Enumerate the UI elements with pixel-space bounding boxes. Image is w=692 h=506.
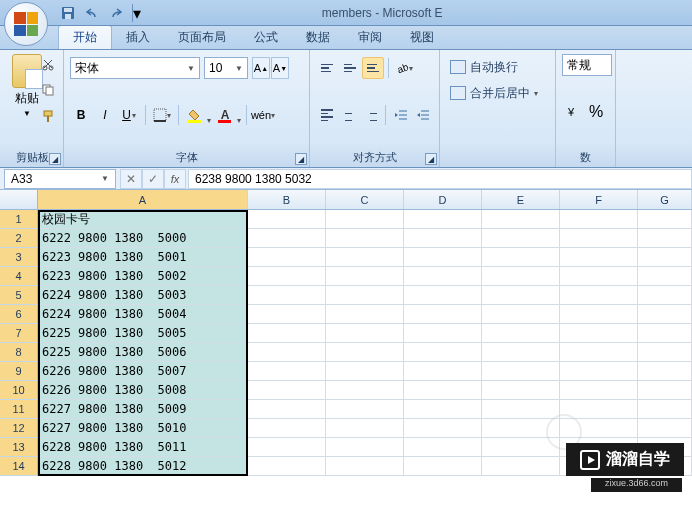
row-header[interactable]: 13 <box>0 438 38 457</box>
cell[interactable] <box>638 267 692 286</box>
cell[interactable]: 6227 9800 1380 5010 <box>38 419 248 438</box>
cell[interactable] <box>248 457 326 476</box>
cell[interactable] <box>482 362 560 381</box>
cell[interactable] <box>326 362 404 381</box>
cell[interactable] <box>404 457 482 476</box>
cell[interactable] <box>560 286 638 305</box>
cell[interactable] <box>638 248 692 267</box>
align-middle-icon[interactable] <box>339 57 361 79</box>
cell[interactable] <box>560 248 638 267</box>
merge-center-button[interactable]: 合并后居中▾ <box>446 80 549 106</box>
border-button[interactable]: ▾ <box>151 104 173 126</box>
cell[interactable] <box>248 248 326 267</box>
row-header[interactable]: 3 <box>0 248 38 267</box>
decrease-font-icon[interactable]: A▼ <box>271 57 289 79</box>
cell[interactable] <box>404 248 482 267</box>
cell[interactable] <box>482 305 560 324</box>
name-box[interactable]: A33▼ <box>4 169 116 189</box>
accept-formula-icon[interactable]: ✓ <box>142 169 164 189</box>
cell[interactable] <box>326 419 404 438</box>
cell[interactable]: 6225 9800 1380 5005 <box>38 324 248 343</box>
cell[interactable]: 6228 9800 1380 5012 <box>38 457 248 476</box>
percent-icon[interactable]: % <box>585 101 607 123</box>
font-color-button[interactable]: A▾ <box>214 104 236 126</box>
cell[interactable] <box>326 305 404 324</box>
decrease-indent-icon[interactable] <box>390 104 411 126</box>
cell[interactable] <box>326 381 404 400</box>
bold-button[interactable]: B <box>70 104 92 126</box>
tab-home[interactable]: 开始 <box>58 25 112 49</box>
underline-button[interactable]: U▾ <box>118 104 140 126</box>
tab-page-layout[interactable]: 页面布局 <box>164 26 240 49</box>
cell[interactable] <box>326 438 404 457</box>
column-header[interactable]: A <box>38 190 248 209</box>
row-header[interactable]: 2 <box>0 229 38 248</box>
cell[interactable] <box>560 381 638 400</box>
row-header[interactable]: 8 <box>0 343 38 362</box>
column-header[interactable]: C <box>326 190 404 209</box>
row-header[interactable]: 6 <box>0 305 38 324</box>
font-name-select[interactable]: 宋体▼ <box>70 57 200 79</box>
cell[interactable] <box>482 400 560 419</box>
cell[interactable] <box>560 210 638 229</box>
fx-button[interactable]: fx <box>164 169 186 189</box>
orientation-icon[interactable]: ab▾ <box>393 57 415 79</box>
cell[interactable] <box>638 381 692 400</box>
cell[interactable]: 校园卡号 <box>38 210 248 229</box>
align-top-icon[interactable] <box>316 57 338 79</box>
cell[interactable]: 6226 9800 1380 5007 <box>38 362 248 381</box>
cell[interactable]: 6224 9800 1380 5004 <box>38 305 248 324</box>
cut-icon[interactable] <box>39 56 57 72</box>
cell[interactable] <box>482 457 560 476</box>
row-header[interactable]: 10 <box>0 381 38 400</box>
cell[interactable] <box>326 343 404 362</box>
cell[interactable] <box>326 248 404 267</box>
row-header[interactable]: 11 <box>0 400 38 419</box>
cell[interactable] <box>248 419 326 438</box>
cell[interactable] <box>638 210 692 229</box>
cell[interactable] <box>638 286 692 305</box>
cell[interactable] <box>482 229 560 248</box>
row-header[interactable]: 9 <box>0 362 38 381</box>
cell[interactable] <box>482 343 560 362</box>
cell[interactable]: 6228 9800 1380 5011 <box>38 438 248 457</box>
save-icon[interactable] <box>58 4 78 22</box>
clipboard-launcher[interactable]: ◢ <box>49 153 61 165</box>
cell[interactable] <box>248 400 326 419</box>
font-size-select[interactable]: 10▼ <box>204 57 248 79</box>
tab-data[interactable]: 数据 <box>292 26 344 49</box>
cell[interactable] <box>638 324 692 343</box>
cell[interactable] <box>404 343 482 362</box>
column-header[interactable]: D <box>404 190 482 209</box>
tab-formulas[interactable]: 公式 <box>240 26 292 49</box>
cell[interactable] <box>248 362 326 381</box>
select-all-corner[interactable] <box>0 190 38 209</box>
format-painter-icon[interactable] <box>39 108 57 124</box>
cell[interactable] <box>560 305 638 324</box>
alignment-launcher[interactable]: ◢ <box>425 153 437 165</box>
redo-icon[interactable] <box>106 4 126 22</box>
row-header[interactable]: 7 <box>0 324 38 343</box>
cell[interactable]: 6223 9800 1380 5001 <box>38 248 248 267</box>
undo-icon[interactable] <box>82 4 102 22</box>
column-header[interactable]: E <box>482 190 560 209</box>
cell[interactable] <box>326 286 404 305</box>
cell[interactable] <box>326 210 404 229</box>
office-button[interactable] <box>4 2 48 46</box>
cell[interactable]: 6225 9800 1380 5006 <box>38 343 248 362</box>
cell[interactable] <box>248 343 326 362</box>
cell[interactable] <box>482 324 560 343</box>
cell[interactable] <box>404 381 482 400</box>
cell[interactable] <box>560 267 638 286</box>
align-left-icon[interactable] <box>316 104 337 126</box>
row-header[interactable]: 14 <box>0 457 38 476</box>
cell[interactable] <box>248 286 326 305</box>
number-format-select[interactable]: 常规 <box>562 54 612 76</box>
cell[interactable] <box>248 381 326 400</box>
cell[interactable] <box>404 286 482 305</box>
cell[interactable] <box>560 229 638 248</box>
copy-icon[interactable] <box>39 82 57 98</box>
cell[interactable] <box>638 229 692 248</box>
cell[interactable] <box>560 343 638 362</box>
cell[interactable] <box>404 362 482 381</box>
